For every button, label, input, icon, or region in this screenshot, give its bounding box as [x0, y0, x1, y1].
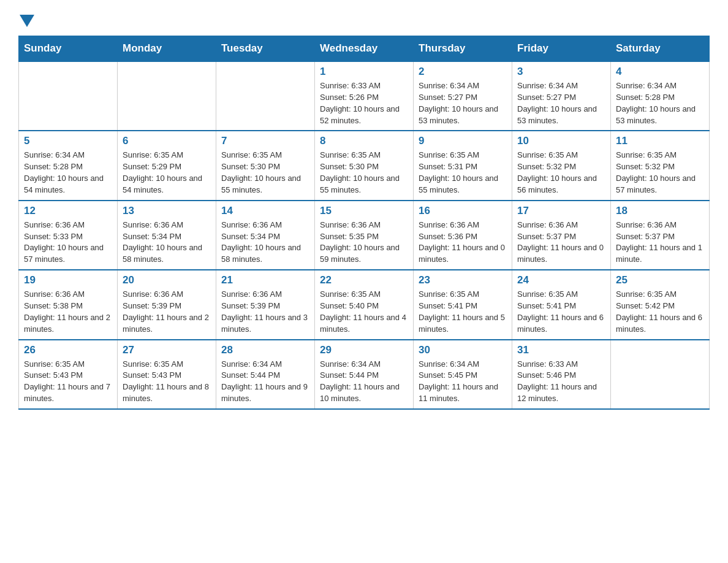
calendar-week-row: 26Sunrise: 6:35 AM Sunset: 5:43 PM Dayli…	[19, 340, 710, 409]
day-number: 5	[24, 135, 112, 147]
day-info: Sunrise: 6:34 AM Sunset: 5:28 PM Dayligh…	[616, 80, 704, 126]
day-info: Sunrise: 6:33 AM Sunset: 5:46 PM Dayligh…	[517, 359, 605, 405]
calendar-cell: 13Sunrise: 6:36 AM Sunset: 5:34 PM Dayli…	[118, 201, 216, 270]
calendar-cell: 9Sunrise: 6:35 AM Sunset: 5:31 PM Daylig…	[414, 131, 512, 200]
calendar-cell: 21Sunrise: 6:36 AM Sunset: 5:39 PM Dayli…	[216, 270, 315, 339]
weekday-header-wednesday: Wednesday	[315, 36, 414, 62]
day-info: Sunrise: 6:35 AM Sunset: 5:32 PM Dayligh…	[517, 150, 605, 196]
calendar-cell: 5Sunrise: 6:34 AM Sunset: 5:28 PM Daylig…	[19, 131, 118, 200]
calendar-cell: 14Sunrise: 6:36 AM Sunset: 5:34 PM Dayli…	[216, 201, 315, 270]
day-info: Sunrise: 6:34 AM Sunset: 5:27 PM Dayligh…	[517, 80, 605, 126]
day-info: Sunrise: 6:35 AM Sunset: 5:41 PM Dayligh…	[517, 289, 605, 335]
day-number: 17	[517, 205, 605, 217]
logo-arrow-icon	[20, 15, 34, 27]
day-number: 26	[24, 344, 112, 356]
day-number: 10	[517, 135, 605, 147]
calendar-cell: 20Sunrise: 6:36 AM Sunset: 5:39 PM Dayli…	[118, 270, 216, 339]
day-number: 27	[123, 344, 211, 356]
calendar-cell: 27Sunrise: 6:35 AM Sunset: 5:43 PM Dayli…	[118, 340, 216, 409]
day-number: 2	[419, 66, 507, 78]
calendar-cell: 10Sunrise: 6:35 AM Sunset: 5:32 PM Dayli…	[512, 131, 611, 200]
day-number: 9	[419, 135, 507, 147]
calendar-cell: 24Sunrise: 6:35 AM Sunset: 5:41 PM Dayli…	[512, 270, 611, 339]
calendar-cell: 7Sunrise: 6:35 AM Sunset: 5:30 PM Daylig…	[216, 131, 315, 200]
day-number: 6	[123, 135, 211, 147]
calendar-cell: 23Sunrise: 6:35 AM Sunset: 5:41 PM Dayli…	[414, 270, 512, 339]
calendar-cell: 25Sunrise: 6:35 AM Sunset: 5:42 PM Dayli…	[611, 270, 710, 339]
day-info: Sunrise: 6:34 AM Sunset: 5:28 PM Dayligh…	[24, 150, 112, 196]
day-number: 11	[616, 135, 704, 147]
day-info: Sunrise: 6:36 AM Sunset: 5:34 PM Dayligh…	[123, 220, 211, 266]
day-info: Sunrise: 6:36 AM Sunset: 5:33 PM Dayligh…	[24, 220, 112, 266]
day-number: 13	[123, 205, 211, 217]
day-number: 22	[320, 274, 408, 286]
day-number: 16	[419, 205, 507, 217]
calendar-cell: 16Sunrise: 6:36 AM Sunset: 5:36 PM Dayli…	[414, 201, 512, 270]
calendar-cell	[611, 340, 710, 409]
day-number: 7	[221, 135, 309, 147]
weekday-header-monday: Monday	[118, 36, 216, 62]
day-number: 24	[517, 274, 605, 286]
day-info: Sunrise: 6:35 AM Sunset: 5:41 PM Dayligh…	[419, 289, 507, 335]
day-number: 29	[320, 344, 408, 356]
calendar-week-row: 19Sunrise: 6:36 AM Sunset: 5:38 PM Dayli…	[19, 270, 710, 339]
day-info: Sunrise: 6:36 AM Sunset: 5:39 PM Dayligh…	[123, 289, 211, 335]
day-number: 28	[221, 344, 309, 356]
day-number: 31	[517, 344, 605, 356]
calendar-cell: 6Sunrise: 6:35 AM Sunset: 5:29 PM Daylig…	[118, 131, 216, 200]
day-number: 8	[320, 135, 408, 147]
calendar-cell	[19, 61, 118, 131]
day-number: 25	[616, 274, 704, 286]
day-info: Sunrise: 6:34 AM Sunset: 5:45 PM Dayligh…	[419, 359, 507, 405]
day-info: Sunrise: 6:35 AM Sunset: 5:42 PM Dayligh…	[616, 289, 704, 335]
weekday-header-row: SundayMondayTuesdayWednesdayThursdayFrid…	[19, 36, 710, 62]
day-number: 19	[24, 274, 112, 286]
day-info: Sunrise: 6:36 AM Sunset: 5:37 PM Dayligh…	[517, 220, 605, 266]
calendar-cell: 22Sunrise: 6:35 AM Sunset: 5:40 PM Dayli…	[315, 270, 414, 339]
weekday-header-sunday: Sunday	[19, 36, 118, 62]
day-number: 23	[419, 274, 507, 286]
calendar-cell: 31Sunrise: 6:33 AM Sunset: 5:46 PM Dayli…	[512, 340, 611, 409]
calendar-week-row: 12Sunrise: 6:36 AM Sunset: 5:33 PM Dayli…	[19, 201, 710, 270]
calendar-cell: 17Sunrise: 6:36 AM Sunset: 5:37 PM Dayli…	[512, 201, 611, 270]
day-number: 18	[616, 205, 704, 217]
logo	[18, 12, 34, 25]
day-info: Sunrise: 6:35 AM Sunset: 5:30 PM Dayligh…	[221, 150, 309, 196]
day-number: 3	[517, 66, 605, 78]
day-info: Sunrise: 6:35 AM Sunset: 5:29 PM Dayligh…	[123, 150, 211, 196]
day-number: 15	[320, 205, 408, 217]
day-info: Sunrise: 6:35 AM Sunset: 5:43 PM Dayligh…	[123, 359, 211, 405]
calendar-cell: 29Sunrise: 6:34 AM Sunset: 5:44 PM Dayli…	[315, 340, 414, 409]
day-info: Sunrise: 6:33 AM Sunset: 5:26 PM Dayligh…	[320, 80, 408, 126]
day-info: Sunrise: 6:35 AM Sunset: 5:43 PM Dayligh…	[24, 359, 112, 405]
day-info: Sunrise: 6:36 AM Sunset: 5:34 PM Dayligh…	[221, 220, 309, 266]
day-number: 12	[24, 205, 112, 217]
calendar-cell: 18Sunrise: 6:36 AM Sunset: 5:37 PM Dayli…	[611, 201, 710, 270]
day-number: 4	[616, 66, 704, 78]
calendar-cell: 11Sunrise: 6:35 AM Sunset: 5:32 PM Dayli…	[611, 131, 710, 200]
day-info: Sunrise: 6:36 AM Sunset: 5:36 PM Dayligh…	[419, 220, 507, 266]
day-info: Sunrise: 6:34 AM Sunset: 5:27 PM Dayligh…	[419, 80, 507, 126]
day-info: Sunrise: 6:36 AM Sunset: 5:37 PM Dayligh…	[616, 220, 704, 266]
day-number: 21	[221, 274, 309, 286]
calendar-cell: 15Sunrise: 6:36 AM Sunset: 5:35 PM Dayli…	[315, 201, 414, 270]
day-info: Sunrise: 6:35 AM Sunset: 5:40 PM Dayligh…	[320, 289, 408, 335]
calendar-cell	[216, 61, 315, 131]
calendar-cell: 30Sunrise: 6:34 AM Sunset: 5:45 PM Dayli…	[414, 340, 512, 409]
calendar-table: SundayMondayTuesdayWednesdayThursdayFrid…	[18, 36, 710, 410]
calendar-cell: 8Sunrise: 6:35 AM Sunset: 5:30 PM Daylig…	[315, 131, 414, 200]
calendar-cell: 26Sunrise: 6:35 AM Sunset: 5:43 PM Dayli…	[19, 340, 118, 409]
day-info: Sunrise: 6:36 AM Sunset: 5:39 PM Dayligh…	[221, 289, 309, 335]
weekday-header-friday: Friday	[512, 36, 611, 62]
day-info: Sunrise: 6:36 AM Sunset: 5:35 PM Dayligh…	[320, 220, 408, 266]
weekday-header-saturday: Saturday	[611, 36, 710, 62]
page-header	[18, 12, 710, 25]
day-number: 14	[221, 205, 309, 217]
day-info: Sunrise: 6:35 AM Sunset: 5:32 PM Dayligh…	[616, 150, 704, 196]
weekday-header-thursday: Thursday	[414, 36, 512, 62]
day-number: 30	[419, 344, 507, 356]
calendar-cell: 1Sunrise: 6:33 AM Sunset: 5:26 PM Daylig…	[315, 61, 414, 131]
day-number: 20	[123, 274, 211, 286]
calendar-cell: 4Sunrise: 6:34 AM Sunset: 5:28 PM Daylig…	[611, 61, 710, 131]
day-info: Sunrise: 6:36 AM Sunset: 5:38 PM Dayligh…	[24, 289, 112, 335]
